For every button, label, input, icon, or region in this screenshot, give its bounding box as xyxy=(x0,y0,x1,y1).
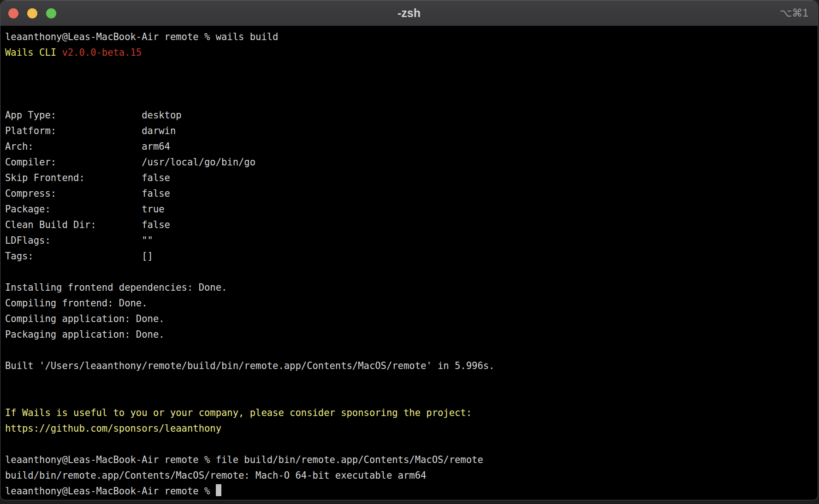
terminal-line: Arch: arm64 xyxy=(5,139,813,154)
terminal-line xyxy=(5,264,813,280)
terminal-line: leaanthony@Leas-MacBook-Air remote % xyxy=(5,483,813,499)
terminal-line: Skip Frontend: false xyxy=(5,170,813,186)
terminal-text: Compress: false xyxy=(5,188,170,199)
terminal-text: leaanthony@Leas-MacBook-Air remote % wai… xyxy=(5,31,278,42)
terminal-line: Tags: [] xyxy=(5,248,813,264)
terminal-text: Compiling frontend: Done. xyxy=(5,298,148,309)
terminal-line: Packaging application: Done. xyxy=(5,327,813,342)
terminal-line: https://github.com/sponsors/leaanthony xyxy=(5,421,813,436)
terminal-text: Skip Frontend: false xyxy=(5,172,170,183)
terminal-text: Wails CLI xyxy=(5,47,62,58)
terminal-line: App Type: desktop xyxy=(5,107,813,123)
terminal-line: Wails CLI v2.0.0-beta.15 xyxy=(5,45,813,60)
terminal-line xyxy=(5,92,813,107)
minimize-button[interactable] xyxy=(27,8,37,18)
terminal-text: leaanthony@Leas-MacBook-Air remote % fil… xyxy=(5,454,483,465)
terminal-line: build/bin/remote.app/Contents/MacOS/remo… xyxy=(5,468,813,483)
terminal-window: -zsh ⌥⌘1 leaanthony@Leas-MacBook-Air rem… xyxy=(0,0,818,500)
terminal-line: leaanthony@Leas-MacBook-Air remote % fil… xyxy=(5,452,813,468)
terminal-text: Tags: [] xyxy=(5,251,153,262)
terminal-line: Compiling application: Done. xyxy=(5,311,813,327)
terminal-line xyxy=(5,76,813,92)
terminal-text: Packaging application: Done. xyxy=(5,329,165,340)
terminal-text: leaanthony@Leas-MacBook-Air remote % xyxy=(5,486,216,497)
terminal-line xyxy=(5,374,813,389)
terminal-text: If Wails is useful to you or your compan… xyxy=(5,407,472,418)
terminal-line: Installing frontend dependencies: Done. xyxy=(5,280,813,295)
terminal-text: Arch: arm64 xyxy=(5,141,170,152)
terminal-line xyxy=(5,389,813,405)
sponsor-url[interactable]: https://github.com/sponsors/leaanthony xyxy=(5,423,221,434)
terminal-line xyxy=(5,60,813,76)
window-title: -zsh xyxy=(0,6,818,20)
terminal-line: Clean Build Dir: false xyxy=(5,217,813,233)
title-bar[interactable]: -zsh ⌥⌘1 xyxy=(0,0,818,26)
terminal-line xyxy=(5,436,813,452)
terminal-line: Compiling frontend: Done. xyxy=(5,295,813,311)
terminal-line xyxy=(5,342,813,358)
terminal-cursor xyxy=(216,484,221,496)
terminal-line: Package: true xyxy=(5,201,813,217)
close-button[interactable] xyxy=(8,8,18,18)
terminal-text: LDFlags: "" xyxy=(5,235,153,246)
terminal-text: Compiling application: Done. xyxy=(5,313,165,324)
terminal-text: Clean Build Dir: false xyxy=(5,219,170,230)
terminal-line: leaanthony@Leas-MacBook-Air remote % wai… xyxy=(5,29,813,45)
terminal-line: If Wails is useful to you or your compan… xyxy=(5,405,813,421)
terminal-output[interactable]: leaanthony@Leas-MacBook-Air remote % wai… xyxy=(0,26,818,499)
terminal-text: Compiler: /usr/local/go/bin/go xyxy=(5,157,255,168)
traffic-lights xyxy=(0,8,56,18)
terminal-line: Compiler: /usr/local/go/bin/go xyxy=(5,154,813,170)
terminal-text: Package: true xyxy=(5,204,165,215)
window-shortcut-badge: ⌥⌘1 xyxy=(780,7,808,19)
terminal-text: App Type: desktop xyxy=(5,110,182,121)
terminal-text: build/bin/remote.app/Contents/MacOS/remo… xyxy=(5,470,426,481)
terminal-text: Built '/Users/leaanthony/remote/build/bi… xyxy=(5,360,494,371)
terminal-line: Platform: darwin xyxy=(5,123,813,139)
terminal-text: v2.0.0-beta.15 xyxy=(62,47,142,58)
terminal-text: Platform: darwin xyxy=(5,125,176,136)
terminal-line: Built '/Users/leaanthony/remote/build/bi… xyxy=(5,358,813,374)
terminal-text: Installing frontend dependencies: Done. xyxy=(5,282,227,293)
zoom-button[interactable] xyxy=(46,8,56,18)
terminal-line: LDFlags: "" xyxy=(5,233,813,248)
terminal-line: Compress: false xyxy=(5,186,813,201)
